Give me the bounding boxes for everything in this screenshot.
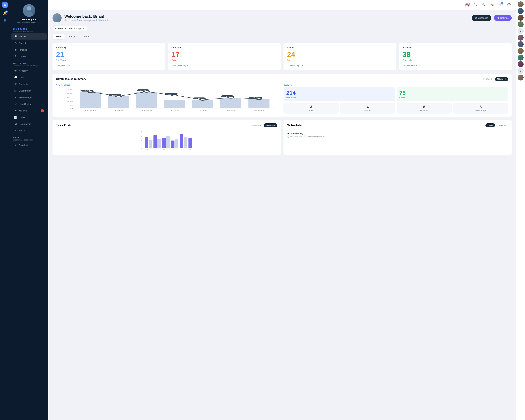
- mailbox-icon: ✉: [14, 109, 17, 112]
- sidebar-item-scrumboard[interactable]: ▣ Scrumboard: [11, 121, 47, 127]
- hamburger-menu[interactable]: ≡: [53, 3, 55, 7]
- svg-text:0: 0: [141, 148, 142, 149]
- stat-detail: From yesterday: 9: [171, 64, 277, 67]
- tabs: Home Budget Team: [53, 34, 512, 39]
- stat-subtitle: Proposals: [403, 59, 508, 61]
- card-menu-icon[interactable]: ⋮: [275, 46, 278, 49]
- new-issues-label: New Issues: [286, 97, 392, 99]
- overview-bottom-row: 3 Fixed 4 Won't Fix 8 Re-opened 6: [283, 103, 508, 113]
- stat-number: 24: [287, 51, 393, 58]
- right-avatar-3[interactable]: [518, 15, 524, 21]
- schedule-today[interactable]: Today: [486, 123, 495, 127]
- right-avatar-5[interactable]: [518, 35, 524, 41]
- fullscreen-button[interactable]: ⛶: [472, 2, 478, 8]
- welcome-avatar: [53, 13, 62, 22]
- sidebar-item-academy[interactable]: 🎓 Academy: [11, 67, 47, 74]
- right-avatar-6[interactable]: [518, 41, 524, 47]
- tab-team[interactable]: Team: [80, 34, 92, 39]
- messages-button[interactable]: ✉ Messages: [472, 15, 491, 21]
- tab-home[interactable]: Home: [53, 34, 65, 39]
- fullscreen-icon: ⛶: [474, 3, 477, 7]
- right-avatar-10[interactable]: [518, 75, 524, 81]
- settings-button[interactable]: ⚙ Settings: [494, 15, 512, 21]
- chart-title: New vs. Closed: [56, 84, 281, 86]
- academy-icon: 🎓: [14, 69, 17, 72]
- stat-detail: Completed: 13: [56, 64, 162, 67]
- search-button[interactable]: 🔍: [481, 2, 487, 8]
- toggle-this-week[interactable]: This Week: [495, 77, 508, 81]
- svg-point-24: [116, 95, 121, 97]
- sidebar-item-notes[interactable]: 📝 Notes: [11, 114, 47, 120]
- right-avatar-9[interactable]: [518, 61, 524, 67]
- sidebar-item-ecommerce[interactable]: 🛒 ECommerce ›: [11, 87, 47, 94]
- sidebar-item-filemanager[interactable]: ☁ File Manager: [11, 94, 47, 101]
- github-overview-panel: Overview 214 New Issues 75 Closed: [283, 84, 508, 113]
- svg-text:36: 36: [67, 93, 73, 94]
- sidebar-item-project[interactable]: ☰ Project: [11, 33, 47, 39]
- right-avatar-m1[interactable]: M: [518, 28, 524, 34]
- stat-card-issues: ⋮ Issues 24 Open Closed today: 19: [283, 43, 396, 70]
- task-dist-header: Task Distribution Last Week This Week: [56, 123, 277, 127]
- flag-icon[interactable]: 🇺🇸: [465, 3, 470, 7]
- stat-title: Issues: [287, 46, 393, 49]
- svg-text:Mon: Mon: [145, 149, 148, 150]
- sidebar-item-helpcenter[interactable]: ❓ Help Center ›: [11, 101, 47, 107]
- svg-text:Fri: Fri: [181, 149, 183, 150]
- right-avatar-1[interactable]: [518, 1, 524, 7]
- schedule-tomorrow[interactable]: Tomorrow: [496, 123, 508, 127]
- schedule-location: 📍 Conference room 1B: [304, 135, 325, 138]
- bookmark-button[interactable]: 🔖: [489, 2, 495, 8]
- svg-rect-59: [153, 135, 157, 149]
- svg-text:Thu: Thu: [170, 109, 179, 111]
- stat-subtitle: Tasks: [171, 59, 277, 61]
- tasks-icon: ✓: [14, 129, 17, 132]
- right-avatar-m2[interactable]: M: [518, 68, 524, 74]
- notifications-button[interactable]: 🔔 3: [2, 10, 8, 17]
- chevron-right-icon[interactable]: ›: [507, 132, 508, 135]
- sidebar-item-contacts[interactable]: 👤 Contacts: [11, 81, 47, 87]
- sidebar-item-tasks[interactable]: ✓ Tasks: [11, 127, 47, 134]
- online-indicator: [522, 13, 524, 14]
- sidebar-item-analytics[interactable]: ◷ Analytics: [11, 40, 47, 46]
- svg-text:Sat: Sat: [189, 149, 191, 150]
- closed-issues-card: 75 Closed: [396, 87, 508, 101]
- card-menu-icon[interactable]: ⋮: [159, 46, 162, 49]
- fixed-card: 3 Fixed: [283, 103, 339, 113]
- github-chart-area: New vs. Closed 45 36 27 18: [56, 84, 508, 113]
- contacts-icon: 👤: [14, 83, 17, 85]
- user-menu-button[interactable]: 👤: [2, 18, 8, 24]
- online-indicator: [522, 6, 524, 7]
- card-menu-icon[interactable]: ⋮: [391, 46, 394, 49]
- triage-number: 6: [455, 105, 506, 109]
- sidebar-item-finance[interactable]: ◉ Finance: [11, 47, 47, 53]
- sidebar-item-activities[interactable]: ○ Activities: [11, 142, 47, 148]
- cart-button[interactable]: 🛒 5: [498, 2, 503, 8]
- right-avatar-4[interactable]: [518, 21, 524, 27]
- task-dist-this-week[interactable]: This Week: [264, 123, 277, 127]
- card-menu-icon[interactable]: ⋮: [506, 46, 509, 49]
- right-avatar-2[interactable]: [518, 8, 524, 14]
- sidebar-item-chat[interactable]: 💬 Chat: [11, 74, 47, 81]
- right-avatar-8[interactable]: [518, 55, 524, 61]
- svg-rect-12: [80, 92, 101, 108]
- task-dist-last-week[interactable]: Last Week: [250, 123, 263, 127]
- user-email: hughes.brian@company.com: [17, 21, 41, 23]
- sidebar-user-profile: Brian Hughes hughes.brian@company.com: [10, 0, 48, 26]
- svg-rect-57: [145, 137, 148, 149]
- crypto-icon: $: [14, 55, 17, 58]
- svg-rect-61: [162, 138, 166, 149]
- wontfix-label: Won't Fix: [342, 110, 394, 112]
- new-issues-card: 214 New Issues: [283, 87, 395, 101]
- tab-budget[interactable]: Budget: [66, 34, 79, 39]
- right-avatar-7[interactable]: [518, 48, 524, 54]
- svg-point-39: [256, 98, 262, 100]
- toggle-last-week[interactable]: Last Week: [481, 77, 494, 81]
- sidebar-item-crypto[interactable]: $ Crypto: [11, 53, 47, 59]
- project-selector[interactable]: ACME Corp. Backend App ▾: [53, 26, 87, 31]
- triage-label: Needs Triage: [455, 110, 506, 112]
- messages-button[interactable]: 💬: [506, 2, 512, 8]
- main-content: ≡ 🇺🇸 ⛶ 🔍 🔖 🛒 5 💬 Welcome back, Brian!: [48, 0, 516, 420]
- sidebar-item-label: Finance: [19, 48, 27, 51]
- sidebar-item-mailbox[interactable]: ✉ Mailbox 27: [11, 107, 47, 114]
- sidebar-item-label: Help Center: [19, 103, 31, 105]
